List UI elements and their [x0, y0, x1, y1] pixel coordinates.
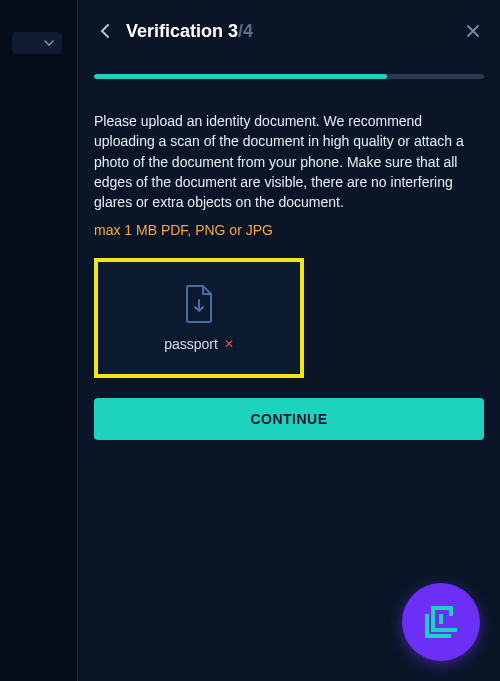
uploaded-file-row: passport ✕ — [164, 336, 234, 352]
close-button[interactable] — [462, 20, 484, 42]
main-panel: Verification 3/4 Please upload an identi… — [78, 0, 500, 681]
total-steps: 4 — [243, 21, 253, 41]
sidebar-dropdown[interactable] — [12, 32, 62, 54]
progress-bar — [94, 74, 484, 79]
modal-header: Verification 3/4 — [94, 20, 484, 42]
upload-dropzone[interactable]: passport ✕ — [94, 258, 304, 378]
chevron-left-icon — [100, 23, 110, 39]
logo-icon — [419, 600, 463, 644]
back-button[interactable] — [94, 20, 116, 42]
continue-button[interactable]: CONTINUE — [94, 398, 484, 440]
support-fab[interactable] — [402, 583, 480, 661]
close-icon — [466, 24, 480, 38]
page-title: Verification 3/4 — [126, 21, 253, 42]
file-requirements: max 1 MB PDF, PNG or JPG — [94, 222, 484, 238]
remove-file-button[interactable]: ✕ — [224, 337, 234, 351]
sidebar — [0, 0, 78, 681]
uploaded-file-name: passport — [164, 336, 218, 352]
title-prefix: Verification — [126, 21, 228, 41]
current-step: 3 — [228, 21, 238, 41]
progress-fill — [94, 74, 387, 79]
upload-instructions: Please upload an identity document. We r… — [94, 111, 484, 212]
upload-row: passport ✕ — [94, 258, 484, 378]
chevron-down-icon — [44, 40, 54, 47]
file-download-icon — [181, 284, 217, 324]
